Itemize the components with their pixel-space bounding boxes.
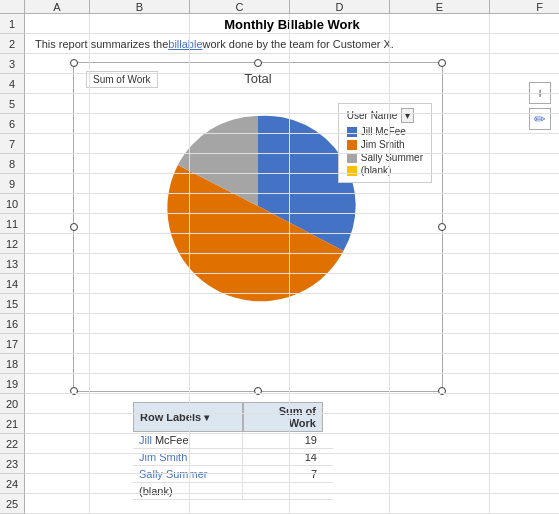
subtitle-part1: This report summarizes the	[35, 38, 168, 50]
pivot-label-sally: Sally Summer	[133, 466, 243, 482]
edit-slicer-button[interactable]: ✏	[529, 108, 551, 130]
row-headers: 1 2 3 4 5 6 7 8 9 10 11 12 13 14 15 16 1…	[0, 14, 25, 514]
handle-bl[interactable]	[70, 387, 78, 395]
row-8: 8	[0, 154, 25, 174]
row-12: 12	[0, 234, 25, 254]
row-1: 1	[0, 14, 25, 34]
legend-item-sally: Sally Summer	[347, 152, 423, 163]
pivot-label-jill: Jill McFee	[133, 432, 243, 448]
row-15: 15	[0, 294, 25, 314]
row-19: 19	[0, 374, 25, 394]
spreadsheet-title: Monthly Billable Work	[25, 14, 559, 34]
corner-header	[0, 0, 25, 13]
row-25: 25	[0, 494, 25, 514]
legend-item-blank: (blank)	[347, 165, 423, 176]
pivot-value-jim: 14	[243, 449, 323, 465]
row-23: 23	[0, 454, 25, 474]
subtitle-part3: work done by the team for Customer X.	[203, 38, 394, 50]
handle-br[interactable]	[438, 387, 446, 395]
grid-body: 1 2 3 4 5 6 7 8 9 10 11 12 13 14 15 16 1…	[0, 14, 559, 514]
row-21: 21	[0, 414, 25, 434]
row-22: 22	[0, 434, 25, 454]
row-18: 18	[0, 354, 25, 374]
row-14: 14	[0, 274, 25, 294]
col-header-d: D	[290, 0, 390, 13]
col-headers: A B C D E F G	[0, 0, 559, 14]
chart-legend: User Name ▾ Jill McFee Jim Smith Sally S…	[338, 103, 432, 183]
handle-bc[interactable]	[254, 387, 262, 395]
row-2: 2	[0, 34, 25, 54]
legend-color-sally	[347, 153, 357, 163]
add-slicer-button[interactable]: +	[529, 82, 551, 104]
spreadsheet: A B C D E F G 1 2 3 4 5 6 7 8 9 10 11 12…	[0, 0, 559, 514]
row-7: 7	[0, 134, 25, 154]
row-10: 10	[0, 194, 25, 214]
spreadsheet-subtitle: This report summarizes the billable work…	[25, 34, 559, 54]
pivot-header: Row Labels ▾ Sum of Work	[133, 402, 333, 432]
pivot-header-labels[interactable]: Row Labels ▾	[133, 402, 243, 432]
legend-color-blank	[347, 166, 357, 176]
handle-tl[interactable]	[70, 59, 78, 67]
row-6: 6	[0, 114, 25, 134]
legend-title: User Name ▾	[347, 108, 423, 123]
pivot-row-jim: Jim Smith 14	[133, 449, 333, 466]
pivot-row-jill: Jill McFee 19	[133, 432, 333, 449]
pivot-value-sally: 7	[243, 466, 323, 482]
slicer-buttons: + ✏	[529, 82, 551, 130]
row-17: 17	[0, 334, 25, 354]
pivot-label-jim: Jim Smith	[133, 449, 243, 465]
row-4: 4	[0, 74, 25, 94]
row-9: 9	[0, 174, 25, 194]
row-5: 5	[0, 94, 25, 114]
legend-color-jim	[347, 140, 357, 150]
legend-item-jill: Jill McFee	[347, 126, 423, 137]
pivot-row-blank: (blank)	[133, 483, 333, 500]
row-16: 16	[0, 314, 25, 334]
pie-chart-svg	[158, 106, 358, 306]
legend-color-jill	[347, 127, 357, 137]
col-header-f: F	[490, 0, 559, 13]
pivot-value-blank	[243, 483, 323, 499]
col-header-b: B	[90, 0, 190, 13]
pivot-label-blank: (blank)	[133, 483, 243, 499]
row-24: 24	[0, 474, 25, 494]
legend-item-jim: Jim Smith	[347, 139, 423, 150]
row-20: 20	[0, 394, 25, 414]
row-11: 11	[0, 214, 25, 234]
handle-tr[interactable]	[438, 59, 446, 67]
col-header-a: A	[25, 0, 90, 13]
col-header-c: C	[190, 0, 290, 13]
pivot-header-sum: Sum of Work	[243, 402, 323, 432]
pivot-row-sally: Sally Summer 7	[133, 466, 333, 483]
subtitle-part2: billable	[168, 38, 202, 50]
col-header-e: E	[390, 0, 490, 13]
pivot-value-jill: 19	[243, 432, 323, 448]
handle-tc[interactable]	[254, 59, 262, 67]
legend-dropdown[interactable]: ▾	[401, 108, 414, 123]
grid-content: // Will be generated by the populate scr…	[25, 14, 559, 514]
chart-container[interactable]: Sum of Work Total	[73, 62, 443, 392]
row-13: 13	[0, 254, 25, 274]
pivot-table: Row Labels ▾ Sum of Work Jill McFee 19	[133, 402, 333, 500]
dropdown-arrow-icon: ▾	[204, 412, 209, 423]
row-3: 3	[0, 54, 25, 74]
